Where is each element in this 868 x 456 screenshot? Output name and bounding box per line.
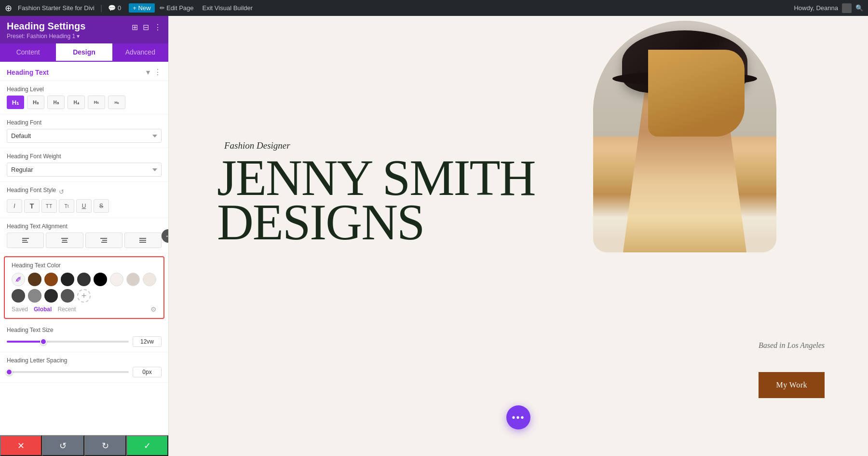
new-button[interactable]: + New — [129, 3, 154, 13]
save-button[interactable]: ✓ — [126, 435, 168, 456]
heading-font-weight-select[interactable]: Regular — [7, 163, 162, 177]
color-swatch-dark-brown[interactable] — [28, 273, 41, 286]
svg-rect-8 — [101, 242, 107, 243]
italic-button[interactable]: I — [7, 199, 22, 213]
more-icon[interactable]: ⋮ — [154, 23, 162, 32]
underline-button[interactable]: U — [76, 199, 92, 213]
heading-level-field: Heading Level H₁ H₂ H₃ H₄ H₅ H₆ — [0, 81, 168, 114]
heading-font-style-label-row: Heading Font Style ↺ — [7, 187, 162, 196]
heading-font-weight-label: Heading Font Weight — [7, 153, 162, 160]
color-swatch-very-dark[interactable] — [44, 289, 58, 303]
hero-name-area: JENNY SMITH DESIGNS — [217, 156, 535, 245]
collapse-icon[interactable]: ▾ — [146, 68, 150, 77]
svg-rect-2 — [22, 242, 28, 243]
heading-level-h1[interactable]: H₁ — [7, 96, 24, 109]
heading-color-section: Heading Text Color — [4, 256, 164, 319]
color-swatch-dark-gray[interactable] — [77, 273, 91, 286]
tab-design[interactable]: Design — [56, 43, 112, 62]
color-swatch-brown[interactable] — [44, 273, 58, 286]
color-tab-recent[interactable]: Recent — [57, 306, 76, 313]
sidebar-header: Heading Settings Preset: Fashion Heading… — [0, 16, 168, 43]
fullscreen-icon[interactable]: ⊞ — [132, 23, 138, 32]
color-swatch-medium-gray[interactable] — [28, 289, 41, 303]
howdy-text: Howdy, Deanna — [794, 4, 838, 12]
small-caps-button[interactable]: Tt — [59, 199, 74, 213]
columns-icon[interactable]: ⊟ — [143, 23, 149, 32]
heading-level-h6[interactable]: H₆ — [108, 96, 125, 109]
redo-button[interactable]: ↻ — [84, 435, 126, 456]
letter-spacing-input[interactable]: 0px — [133, 367, 162, 377]
based-text: Based in Los Angeles — [759, 341, 825, 350]
heading-font-weight-field: Heading Font Weight Regular — [0, 148, 168, 182]
site-link[interactable]: Fashion Starter Site for Divi — [18, 4, 95, 12]
letter-spacing-thumb[interactable] — [6, 369, 13, 375]
align-justify-button[interactable] — [124, 233, 162, 248]
color-swatch-medium-dark[interactable] — [12, 289, 25, 303]
heading-size-thumb[interactable] — [40, 338, 47, 345]
heading-letter-spacing-label: Heading Letter Spacing — [7, 357, 162, 364]
reset-icon[interactable]: ↺ — [59, 188, 64, 195]
bold-button[interactable]: T — [24, 199, 40, 213]
heading-size-input[interactable]: 12vw — [133, 336, 162, 347]
heading-level-h2[interactable]: H₂ — [27, 96, 44, 109]
heading-level-h3[interactable]: H₃ — [47, 96, 65, 109]
tab-advanced[interactable]: Advanced — [112, 43, 168, 62]
align-right-button[interactable] — [85, 233, 122, 248]
hero-section: Fashion Designer JENNY SMITH DESIGNS Bas… — [169, 16, 868, 456]
color-swatch-off-white[interactable] — [143, 273, 156, 286]
section-more-icon[interactable]: ⋮ — [154, 68, 162, 77]
color-palette-row2: + — [12, 289, 157, 303]
my-work-button[interactable]: My Work — [759, 372, 825, 398]
edit-page-button[interactable]: ✏ Edit Page — [156, 4, 198, 12]
color-settings-icon[interactable]: ⚙ — [150, 305, 157, 313]
svg-rect-0 — [22, 238, 29, 239]
color-swatch-light-gray[interactable] — [126, 273, 140, 286]
heading-letter-spacing-field: Heading Letter Spacing 0px — [0, 352, 168, 383]
color-palette-row1 — [12, 273, 157, 286]
heading-size-field: Heading Text Size 12vw — [0, 322, 168, 352]
letter-spacing-slider-row: 0px — [7, 367, 162, 377]
search-icon[interactable]: 🔍 — [855, 4, 863, 12]
undo-button[interactable]: ↺ — [42, 435, 84, 456]
tab-content[interactable]: Content — [0, 43, 56, 62]
color-swatch-near-black[interactable] — [61, 273, 74, 286]
eyedropper-button[interactable] — [12, 273, 25, 286]
letter-spacing-track[interactable] — [7, 371, 129, 373]
heading-alignment-label: Heading Text Alignment — [7, 223, 162, 230]
align-left-button[interactable] — [7, 233, 44, 248]
color-swatch-light-cream[interactable] — [110, 273, 123, 286]
settings-panel: Heading Settings Preset: Fashion Heading… — [0, 16, 169, 456]
color-tab-saved[interactable]: Saved — [12, 306, 28, 313]
alignment-buttons — [7, 233, 162, 248]
heading-font-label: Heading Font — [7, 119, 162, 126]
cancel-button[interactable]: ✕ — [0, 435, 42, 456]
site-name[interactable]: Fashion Starter Site for Divi — [18, 4, 95, 12]
strikethrough-button[interactable]: S — [94, 199, 109, 213]
exit-builder-button[interactable]: Exit Visual Builder — [199, 4, 257, 12]
comment-icon: 💬 — [108, 4, 116, 12]
wordpress-icon[interactable]: ⊕ — [5, 3, 12, 14]
top-bar: ⊕ Fashion Starter Site for Divi | 💬 0 + … — [0, 0, 868, 16]
floating-menu-button[interactable]: ••• — [506, 405, 530, 429]
svg-rect-4 — [62, 240, 67, 241]
svg-rect-1 — [22, 240, 27, 241]
caps-button[interactable]: TT — [41, 199, 57, 213]
comment-section[interactable]: 💬 0 — [108, 4, 121, 12]
preset-selector[interactable]: Preset: Fashion Heading 1 ▾ — [7, 33, 85, 40]
portrait-arch — [593, 21, 776, 252]
heading-font-select[interactable]: Default — [7, 129, 162, 143]
heading-level-h5[interactable]: H₅ — [88, 96, 105, 109]
color-tabs: Saved Global Recent ⚙ — [12, 305, 157, 313]
section-icons: ▾ ⋮ — [146, 68, 162, 77]
heading-size-track[interactable] — [7, 341, 129, 343]
heading-level-h4[interactable]: H₄ — [68, 96, 85, 109]
separator: | — [100, 4, 102, 13]
top-bar-right: Howdy, Deanna 🔍 — [794, 3, 863, 13]
heading-font-style-field: Heading Font Style ↺ I T TT Tt U S — [0, 182, 168, 218]
add-color-button[interactable]: + — [77, 289, 91, 303]
color-tab-global[interactable]: Global — [34, 306, 52, 313]
color-swatch-dark-medium[interactable] — [61, 289, 74, 303]
color-swatch-black[interactable] — [94, 273, 107, 286]
svg-rect-9 — [139, 238, 146, 239]
align-center-button[interactable] — [46, 233, 83, 248]
